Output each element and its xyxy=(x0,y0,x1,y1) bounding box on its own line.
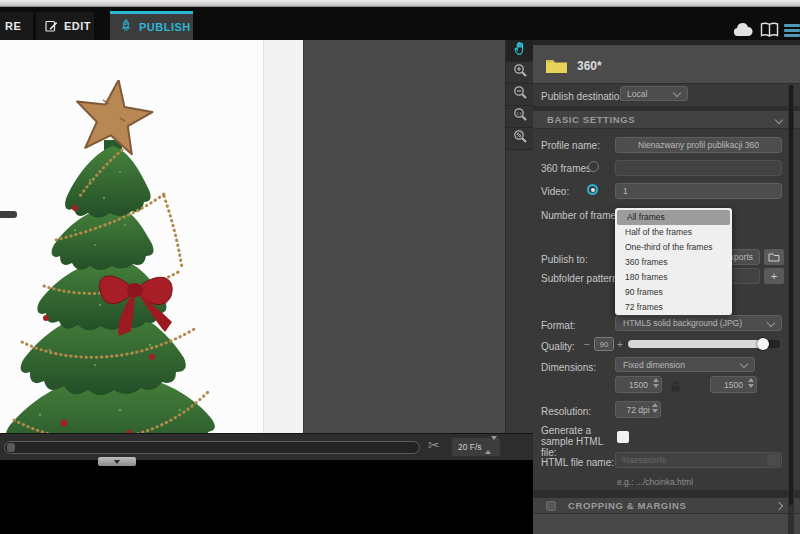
add-pattern-button[interactable]: + xyxy=(764,268,784,284)
quality-minus-button[interactable]: − xyxy=(584,339,590,350)
browse-folder-button[interactable] xyxy=(764,249,784,265)
dropdown-option[interactable]: 180 frames xyxy=(615,270,732,285)
main-tab-bar: RE EDIT PUBLISH xyxy=(0,7,800,40)
html-file-name-input[interactable]: %session% xyxy=(615,452,782,468)
hand-tool-button[interactable] xyxy=(506,40,534,62)
publish-panel: 360* Publish destination: Local BASIC SE… xyxy=(533,40,800,534)
width-stepper-arrows[interactable] xyxy=(653,378,659,388)
canvas-toolbar: 1:1 xyxy=(505,40,533,433)
fps-stepper[interactable]: 20 F/s xyxy=(452,438,500,456)
html-file-name-placeholder: %session% xyxy=(622,455,666,465)
dropdown-option-selected[interactable]: All frames xyxy=(617,210,730,225)
panel-scrollbar-thumb[interactable] xyxy=(789,85,793,505)
zoom-100-button[interactable]: 1:1 xyxy=(506,106,534,128)
publish-to-label: Publish to: xyxy=(541,254,588,265)
cropping-margins-header[interactable]: CROPPING & MARGINS xyxy=(533,497,800,514)
subfolder-pattern-label: Subfolder pattern: xyxy=(541,273,621,284)
html-file-name-hint: e.g.: .../choinka.html xyxy=(617,477,693,487)
width-stepper[interactable]: 1500 xyxy=(615,376,662,393)
height-value: 1500 xyxy=(724,380,743,390)
quality-slider-handle[interactable] xyxy=(757,338,769,350)
variable-insert-button[interactable] xyxy=(767,454,780,466)
sample-html-label: Generate a sample HTML file: xyxy=(541,425,613,458)
edit-pencil-icon xyxy=(45,19,58,34)
quality-value: 90 xyxy=(600,340,609,349)
session-header: 360* xyxy=(533,45,800,84)
panel-scrollbar[interactable] xyxy=(788,85,794,534)
canvas-background xyxy=(303,40,505,433)
canvas-photo-area xyxy=(0,40,303,433)
window-top-strip xyxy=(0,0,800,7)
fps-stepper-arrows[interactable] xyxy=(485,440,497,450)
height-stepper[interactable]: 1500 xyxy=(710,376,757,393)
chevron-down-icon xyxy=(767,319,775,327)
dimensions-select[interactable]: Fixed dimension xyxy=(615,357,755,372)
width-value: 1500 xyxy=(629,380,648,390)
photo-edge-strip xyxy=(263,40,303,433)
folder-icon xyxy=(545,57,568,78)
christmas-tree-photo xyxy=(0,80,303,473)
format-select[interactable]: HTML5 solid background (JPG) xyxy=(615,315,782,331)
tab-publish-label: PUBLISH xyxy=(139,21,191,33)
zoom-out-icon xyxy=(513,85,528,104)
zoom-fit-button[interactable] xyxy=(506,128,534,150)
panel-footer xyxy=(533,514,800,534)
dropdown-option[interactable]: Half of the frames xyxy=(615,225,732,240)
frames-360-input[interactable] xyxy=(615,160,782,176)
chevron-down-icon xyxy=(673,89,681,97)
tab-edit[interactable]: EDIT xyxy=(36,12,94,40)
zoom-in-button[interactable] xyxy=(506,62,534,84)
video-input[interactable]: 1 xyxy=(615,183,782,199)
quality-slider[interactable] xyxy=(628,340,780,348)
dropdown-option[interactable]: One-third of the frames xyxy=(615,240,732,255)
dropdown-option[interactable]: 90 frames xyxy=(615,285,732,300)
scrubber-thumb[interactable] xyxy=(7,443,15,452)
bottom-filler xyxy=(0,460,533,534)
resolution-stepper[interactable]: 72 dpi xyxy=(615,401,661,418)
frame-scrubber-bar: ✂ 20 F/s xyxy=(0,433,533,460)
basic-settings-header[interactable]: BASIC SETTINGS xyxy=(533,110,800,129)
frame-scrubber[interactable] xyxy=(4,441,420,454)
video-value: 1 xyxy=(623,186,628,196)
publish-destination-value: Local xyxy=(627,89,647,99)
chevron-down-icon xyxy=(775,116,783,124)
quality-plus-button[interactable]: + xyxy=(617,339,623,350)
height-stepper-arrows[interactable] xyxy=(748,378,754,388)
cropping-checkbox[interactable] xyxy=(546,501,556,511)
menu-icon[interactable] xyxy=(784,24,800,39)
frames-360-label: 360 frames: xyxy=(541,163,594,174)
canvas-left-scroll-handle[interactable] xyxy=(0,211,17,218)
app-window: RE EDIT PUBLISH xyxy=(0,0,800,534)
profile-name-input[interactable]: Nienazwany profil publikacji 360 xyxy=(615,137,782,153)
dropdown-option[interactable]: 72 frames xyxy=(615,300,732,315)
cropping-title: CROPPING & MARGINS xyxy=(568,500,686,511)
panel-collapse-handle[interactable] xyxy=(98,457,136,466)
profile-name-value: Nienazwany profil publikacji 360 xyxy=(638,140,759,150)
format-value: HTML5 solid background (JPG) xyxy=(623,318,742,328)
video-radio[interactable] xyxy=(587,184,598,195)
dimensions-label: Dimensions: xyxy=(541,362,596,373)
scissors-icon[interactable]: ✂ xyxy=(428,437,440,453)
tab-publish[interactable]: PUBLISH xyxy=(110,11,193,40)
zoom-in-icon xyxy=(513,63,528,82)
chevron-down-icon xyxy=(740,360,748,368)
html-file-name-label: HTML file name: xyxy=(541,457,614,468)
plus-icon: + xyxy=(771,270,777,282)
zoom-100-icon: 1:1 xyxy=(513,107,528,126)
sample-html-checkbox[interactable] xyxy=(617,431,629,443)
publish-destination-select[interactable]: Local xyxy=(620,86,688,101)
number-of-frames-dropdown: All frames Half of the frames One-third … xyxy=(615,208,732,315)
frames-360-radio[interactable] xyxy=(588,161,599,172)
number-of-frames-label: Number of frames: xyxy=(541,210,624,221)
resolution-stepper-arrows[interactable] xyxy=(652,403,658,413)
tab-capture-label: RE xyxy=(5,20,21,32)
tab-edit-label: EDIT xyxy=(64,20,91,32)
basic-settings-title: BASIC SETTINGS xyxy=(547,114,635,125)
zoom-out-button[interactable] xyxy=(506,84,534,106)
lock-icon[interactable] xyxy=(669,379,682,397)
dropdown-option[interactable]: 360 frames xyxy=(615,255,732,270)
quality-value-box[interactable]: 90 xyxy=(594,337,614,351)
format-label: Format: xyxy=(541,320,575,331)
tab-capture[interactable]: RE xyxy=(0,12,33,40)
resolution-value: 72 dpi xyxy=(626,405,649,415)
